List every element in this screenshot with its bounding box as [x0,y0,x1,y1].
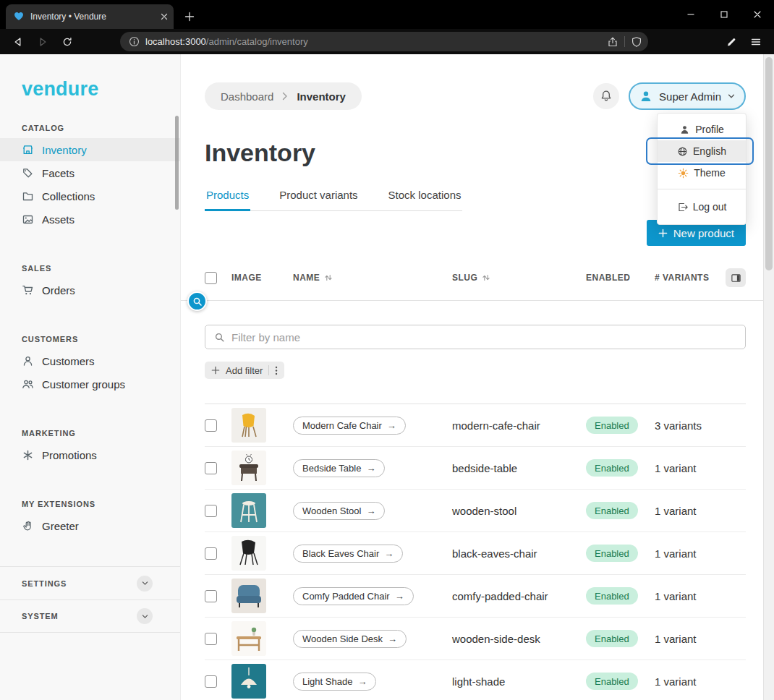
arrow-right-icon: → [366,506,375,516]
product-name-link[interactable]: Black Eaves Chair → [293,545,403,563]
forward-icon [37,36,48,48]
breadcrumb-dashboard[interactable]: Dashboard [221,90,273,103]
product-name-link[interactable]: Modern Cafe Chair → [293,417,406,435]
product-slug: comfy-padded-chair [452,590,586,602]
shield-button[interactable] [631,36,642,48]
table-row[interactable]: Bedside Table → bedside-table Enabled 1 … [205,447,746,490]
sidebar-item-orders[interactable]: Orders [0,278,180,302]
page-scrollbar[interactable] [763,54,774,700]
forward-button[interactable] [32,32,54,52]
share-button[interactable] [607,36,618,48]
sidebar-scrollbar-thumb[interactable] [175,116,179,210]
product-name-link[interactable]: Bedside Table → [293,459,385,477]
new-tab-button[interactable] [179,7,200,27]
close-button[interactable] [741,0,774,29]
table-row[interactable]: Light Shade → light-shade Enabled 1 vari… [205,660,746,700]
filter-by-name-input[interactable] [231,331,736,343]
maximize-button[interactable] [707,0,741,29]
row-checkbox[interactable] [205,590,217,602]
url-text: localhost:3000/admin/catalog/inventory [145,36,308,47]
avatar-icon [639,89,653,103]
enabled-badge: Enabled [586,587,638,605]
vendure-logo[interactable]: vendure [22,78,180,101]
row-checkbox[interactable] [205,675,217,688]
column-header-variants[interactable]: # VARIANTS [655,268,746,287]
minimize-button[interactable] [674,0,707,29]
row-checkbox[interactable] [205,419,217,432]
nav-section-customers: CUSTOMERS Customers Customer groups [0,335,180,396]
row-checkbox[interactable] [205,547,217,560]
table-row[interactable]: Black Eaves Chair → black-eaves-chair En… [205,532,746,575]
sidebar-item-label: Greeter [42,520,79,532]
sidebar-item-customer-groups[interactable]: Customer groups [0,372,180,396]
hamburger-icon [750,36,762,48]
product-slug: wooden-side-desk [452,633,586,645]
table-row[interactable]: Modern Cafe Chair → modern-cafe-chair En… [205,404,746,447]
column-header-name[interactable]: NAME [293,273,452,283]
user-menu-button[interactable]: Super Admin [629,82,746,110]
column-header-image[interactable]: IMAGE [231,273,293,283]
table-row[interactable]: Wooden Side Desk → wooden-side-desk Enab… [205,618,746,660]
product-name-link[interactable]: Wooden Stool → [293,502,385,520]
tab-products[interactable]: Products [205,189,250,210]
page-scrollbar-thumb[interactable] [765,57,773,270]
product-thumbnail [231,664,266,699]
tab-product-variants[interactable]: Product variants [278,189,359,210]
assets-icon [22,213,34,226]
sidebar-item-assets[interactable]: Assets [0,208,180,231]
menu-item-profile[interactable]: Profile [658,119,746,140]
more-options-icon[interactable] [275,366,278,375]
enabled-badge: Enabled [586,502,638,519]
sidebar-section-settings[interactable]: SETTINGS [0,566,180,599]
column-header-slug[interactable]: SLUG [452,273,586,283]
url-path: /admin/catalog/inventory [206,36,308,47]
sidebar-section-system[interactable]: SYSTEM [0,599,180,633]
sidebar-item-collections[interactable]: Collections [0,184,180,208]
menu-item-theme[interactable]: Theme [658,162,746,184]
new-product-label: New product [673,227,734,239]
product-name-link[interactable]: Light Shade → [293,673,376,691]
column-header-enabled[interactable]: ENABLED [586,273,655,283]
browser-menu-button[interactable] [745,32,767,52]
sidebar-item-label: Collections [42,190,95,202]
settings-expand-button[interactable] [137,576,153,592]
refresh-button[interactable] [56,32,78,52]
sidebar-item-inventory[interactable]: Inventory [0,138,180,161]
table-row[interactable]: Wooden Stool → wooden-stool Enabled 1 va… [205,490,746,532]
table-row[interactable]: Comfy Padded Chair → comfy-padded-chair … [205,575,746,618]
menu-item-language[interactable]: English [658,140,746,162]
sidebar-item-facets[interactable]: Facets [0,161,180,184]
back-button[interactable] [7,32,29,52]
sidebar-item-greeter[interactable]: Greeter [0,514,180,537]
plus-icon [211,366,220,375]
enabled-badge: Enabled [586,673,638,690]
product-rows: Modern Cafe Chair → modern-cafe-chair En… [205,404,746,700]
menu-item-logout[interactable]: Log out [658,195,746,219]
row-checkbox[interactable] [205,462,217,474]
breadcrumb: Dashboard Inventory [205,82,362,110]
row-checkbox[interactable] [205,633,217,645]
product-thumbnail [231,621,266,656]
column-settings-button[interactable] [726,268,746,287]
arrow-right-icon: → [387,421,396,430]
system-expand-button[interactable] [137,608,153,624]
sidebar-item-promotions[interactable]: Promotions [0,443,180,466]
browser-tab[interactable]: Inventory • Vendure [6,4,174,29]
row-checkbox[interactable] [205,505,217,517]
tab-stock-locations[interactable]: Stock locations [387,189,463,210]
settings-label: SETTINGS [22,579,67,588]
sort-icon [324,273,333,282]
search-toggle-button[interactable] [187,291,207,311]
product-slug: black-eaves-chair [452,547,586,560]
url-bar[interactable]: localhost:3000/admin/catalog/inventory [120,32,648,51]
product-name-link[interactable]: Comfy Padded Chair → [293,587,414,605]
browser-titlebar: Inventory • Vendure [0,0,774,29]
select-all-checkbox[interactable] [205,272,217,284]
breadcrumb-current[interactable]: Inventory [297,90,346,103]
sidebar-item-customers[interactable]: Customers [0,349,180,372]
product-name-link[interactable]: Wooden Side Desk → [293,630,407,648]
notifications-button[interactable] [593,83,619,109]
add-filter-button[interactable]: Add filter [205,362,284,379]
edit-extension-button[interactable] [720,32,742,52]
tab-close-icon[interactable] [161,13,168,20]
